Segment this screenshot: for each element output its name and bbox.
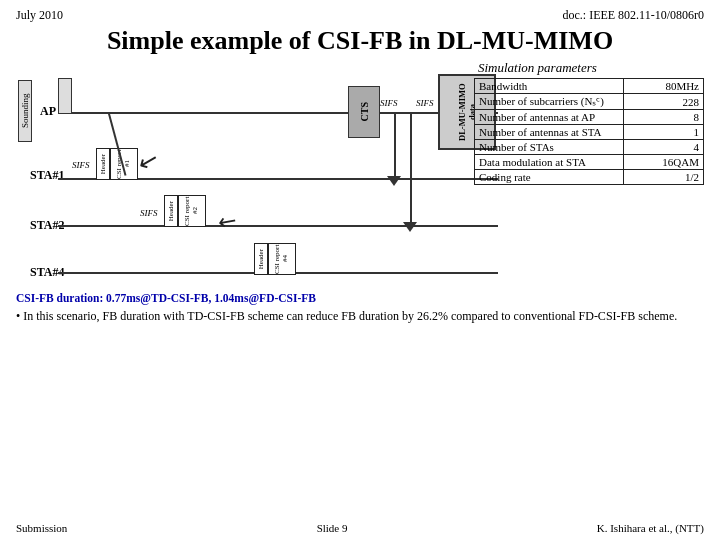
sifs-1-label: SIFS: [72, 160, 90, 170]
page-title: Simple example of CSI-FB in DL-MU-MIMO: [16, 25, 704, 56]
sounding-label: Sounding: [18, 80, 32, 142]
sta2-csi-block: CSI report #2: [178, 195, 206, 227]
table-row: Number of subcarriers (Nₛᶜ)228: [475, 94, 704, 110]
sta1-header-block: Header: [96, 148, 110, 180]
ap-to-sta2-arrow-head: [403, 222, 417, 232]
ap-to-sta1-arrow-head: [387, 176, 401, 186]
table-row: Coding rate1/2: [475, 170, 704, 185]
simulation-title: Simulation parameters: [474, 60, 704, 76]
table-row: Data modulation at STA16QAM: [475, 155, 704, 170]
sifs-4-label: SIFS: [416, 98, 434, 108]
ap-label: AP: [40, 104, 56, 119]
sta4-header-block: Header: [254, 243, 268, 275]
cts-block: CTS: [348, 86, 380, 138]
footer: Submission Slide 9 K. Ishihara et al., (…: [16, 522, 704, 534]
csi-duration: CSI-FB duration: 0.77ms@TD-CSI-FB, 1.04m…: [16, 292, 704, 304]
simulation-table-area: Simulation parameters Bandwidth80MHzNumb…: [474, 60, 704, 290]
table-row: Number of antennas at AP8: [475, 110, 704, 125]
header-left: July 2010: [16, 8, 63, 23]
sounding-block: [58, 78, 72, 114]
table-row: Number of antennas at STA1: [475, 125, 704, 140]
footer-right: K. Ishihara et al., (NTT): [597, 522, 704, 534]
table-row: Bandwidth80MHz: [475, 79, 704, 94]
ap-to-sta2-arrow-shaft: [410, 114, 412, 226]
ap-to-sta1-arrow-shaft: [394, 114, 396, 180]
sta2-timeline: [58, 225, 498, 227]
simulation-table: Bandwidth80MHzNumber of subcarriers (Nₛᶜ…: [474, 78, 704, 185]
sifs-3-label: SIFS: [380, 98, 398, 108]
sta2-header-block: Header: [164, 195, 178, 227]
table-row: Number of STAs4: [475, 140, 704, 155]
sta4-csi-block: CSI report #4: [268, 243, 296, 275]
sifs-2-label: SIFS: [140, 208, 158, 218]
header-right: doc.: IEEE 802.11-10/0806r0: [562, 8, 704, 23]
description: • In this scenario, FB duration with TD-…: [16, 308, 704, 325]
footer-left: Submission: [16, 522, 67, 534]
diagonal-arrow: ↙: [212, 205, 242, 237]
ap-timeline: [58, 112, 498, 114]
footer-center: Slide 9: [317, 522, 348, 534]
diagonal-arrow-2: ↗: [135, 146, 162, 178]
